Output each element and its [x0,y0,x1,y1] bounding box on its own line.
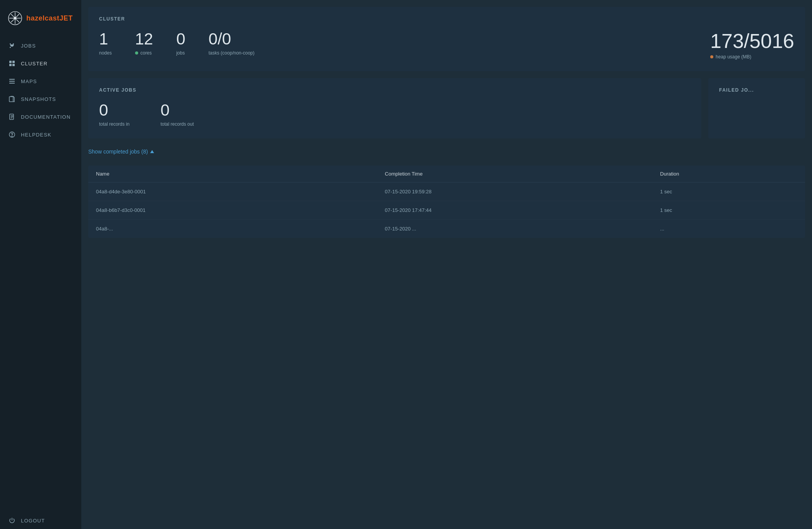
list-icon [9,78,15,85]
tasks-value: 0/0 [209,31,255,47]
cluster-stats-row: 1 nodes 12 cores 0 jobs 0/0 tasks (coop/… [99,31,794,60]
sidebar-item-jobs[interactable]: JOBS [0,37,81,54]
cluster-panel: CLUSTER 1 nodes 12 cores 0 jobs 0/0 task… [88,7,805,71]
svg-rect-15 [9,81,15,82]
show-completed-link[interactable]: Show completed jobs (8) [88,145,154,158]
svg-line-8 [16,14,19,17]
cores-label: cores [135,50,153,56]
job-duration: ... [653,220,805,238]
svg-rect-13 [12,64,15,66]
svg-rect-17 [9,97,13,102]
sidebar-jobs-label: JOBS [21,43,36,49]
records-in-value: 0 [99,102,130,118]
jobs-label: jobs [176,50,185,56]
svg-rect-11 [12,61,15,63]
table-row: 04a8-... 07-15-2020 ... ... [88,220,805,238]
cores-dot [135,51,138,55]
active-jobs-stats: 0 total records in 0 total records out [99,102,690,127]
stat-nodes: 1 nodes [99,31,112,56]
sidebar-documentation-label: DOCUMENTATION [21,114,71,120]
tasks-label: tasks (coop/non-coop) [209,50,255,56]
logo-area: hazelcastJET [0,4,81,37]
col-name-header: Name [88,166,377,183]
job-completion: 07-15-2020 17:47:44 [377,201,652,220]
jobs-row: ACTIVE JOBS 0 total records in 0 total r… [88,78,805,138]
svg-line-9 [11,19,14,22]
active-jobs-title: ACTIVE JOBS [99,87,690,93]
logo-icon [8,11,22,26]
nodes-value: 1 [99,31,112,47]
sidebar-item-logout[interactable]: LOGOUT [0,512,81,529]
snapshot-icon [9,96,15,102]
completed-jobs-table: Name Completion Time Duration 04a8-d4de-… [88,166,805,238]
svg-line-6 [11,14,14,17]
job-completion: 07-15-2020 ... [377,220,652,238]
jobs-value: 0 [176,31,185,47]
heap-value: 173/5016 [710,31,794,51]
svg-line-7 [16,19,19,22]
sidebar-item-documentation[interactable]: DOCUMENTATION [0,108,81,125]
failed-jobs-title: FAILED JO... [719,87,794,93]
brand-name-text: hazelcast [26,14,60,22]
cluster-panel-title: CLUSTER [99,16,794,22]
job-duration: 1 sec [653,201,805,220]
svg-point-1 [14,17,17,20]
sidebar-helpdesk-label: HELPDESK [21,132,51,138]
stat-cores: 12 cores [135,31,153,56]
records-out-label: total records out [161,121,194,127]
toggle-icon [150,150,154,153]
heap-dot [710,55,713,58]
stat-records-in: 0 total records in [99,102,130,127]
sidebar-cluster-label: CLUSTER [21,61,48,67]
brand-name: hazelcastJET [26,14,73,22]
question-icon [9,131,15,138]
col-duration-header: Duration [653,166,805,183]
stat-tasks: 0/0 tasks (coop/non-coop) [209,31,255,56]
job-name: 04a8-b6b7-d3c0-0001 [88,201,377,220]
sidebar-item-cluster[interactable]: CLUSTER [0,55,81,72]
sidebar-maps-label: MAPS [21,78,37,84]
sidebar: hazelcastJET JOBS CLUSTER MAPS [0,0,81,529]
table-row: 04a8-d4de-3e80-0001 07-15-2020 19:59:28 … [88,183,805,201]
failed-jobs-panel: FAILED JO... [708,78,805,138]
svg-rect-14 [9,79,15,80]
active-jobs-panel: ACTIVE JOBS 0 total records in 0 total r… [88,78,701,138]
sidebar-item-maps[interactable]: MAPS [0,73,81,90]
sidebar-item-snapshots[interactable]: SNAPSHOTS [0,90,81,108]
fork-icon [9,42,15,49]
svg-point-20 [12,136,12,137]
stat-jobs: 0 jobs [176,31,185,56]
svg-rect-10 [9,61,12,63]
svg-rect-12 [9,64,12,66]
col-completion-header: Completion Time [377,166,652,183]
brand-accent: JET [60,14,73,22]
table-row: 04a8-b6b7-d3c0-0001 07-15-2020 17:47:44 … [88,201,805,220]
sidebar-snapshots-label: SNAPSHOTS [21,96,56,102]
show-completed-text: Show completed jobs (8) [88,148,148,155]
records-out-value: 0 [161,102,194,118]
main-content: CLUSTER 1 nodes 12 cores 0 jobs 0/0 task… [81,0,812,529]
sidebar-item-helpdesk[interactable]: HELPDESK [0,126,81,143]
records-in-label: total records in [99,121,130,127]
doc-icon [9,113,15,120]
nodes-label: nodes [99,50,112,56]
stat-heap: 173/5016 heap usage (MB) [710,31,794,60]
stat-records-out: 0 total records out [161,102,194,127]
grid-icon [9,60,15,67]
job-duration: 1 sec [653,183,805,201]
job-name: 04a8-d4de-3e80-0001 [88,183,377,201]
job-name: 04a8-... [88,220,377,238]
svg-rect-16 [9,83,15,84]
cores-value: 12 [135,31,153,47]
sidebar-nav: JOBS CLUSTER MAPS SNAPSHOTS [0,37,81,529]
heap-label: heap usage (MB) [710,54,794,60]
power-icon [9,517,15,524]
sidebar-logout-label: LOGOUT [21,518,45,524]
completed-jobs-section: Show completed jobs (8) Name Completion … [88,145,805,246]
job-completion: 07-15-2020 19:59:28 [377,183,652,201]
